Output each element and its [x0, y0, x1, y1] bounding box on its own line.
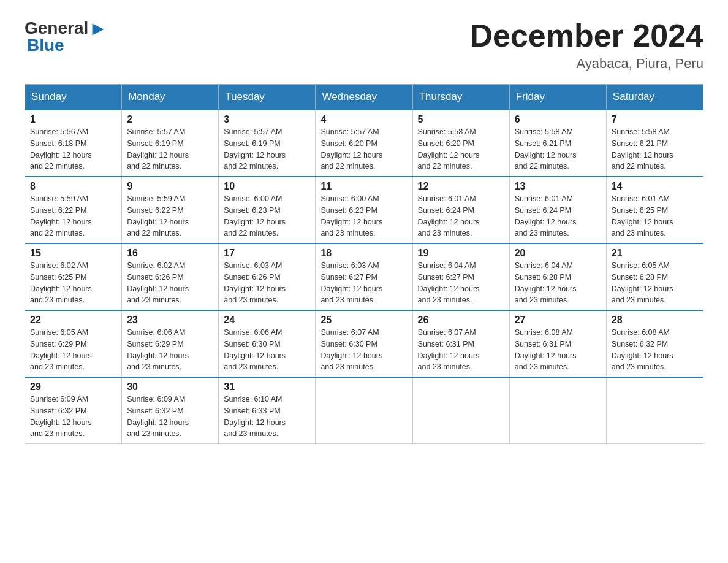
title-block: December 2024 Ayabaca, Piura, Peru — [469, 18, 703, 72]
day-number: 10 — [224, 181, 310, 192]
day-number: 22 — [30, 315, 116, 326]
calendar-header-row: SundayMondayTuesdayWednesdayThursdayFrid… — [25, 85, 703, 110]
week-row-5: 29Sunrise: 6:09 AMSunset: 6:32 PMDayligh… — [25, 377, 703, 444]
week-row-1: 1Sunrise: 5:56 AMSunset: 6:18 PMDaylight… — [25, 110, 703, 177]
day-number: 12 — [418, 181, 504, 192]
calendar-cell: 22Sunrise: 6:05 AMSunset: 6:29 PMDayligh… — [25, 310, 122, 377]
day-number: 14 — [612, 181, 698, 192]
calendar-cell: 28Sunrise: 6:08 AMSunset: 6:32 PMDayligh… — [606, 310, 703, 377]
calendar-cell: 11Sunrise: 6:00 AMSunset: 6:23 PMDayligh… — [316, 177, 412, 243]
calendar-table: SundayMondayTuesdayWednesdayThursdayFrid… — [25, 84, 703, 444]
column-header-monday: Monday — [122, 85, 219, 110]
calendar-cell: 9Sunrise: 5:59 AMSunset: 6:22 PMDaylight… — [122, 177, 219, 243]
day-info: Sunrise: 6:04 AMSunset: 6:27 PMDaylight:… — [418, 260, 504, 306]
day-info: Sunrise: 6:05 AMSunset: 6:29 PMDaylight:… — [30, 327, 116, 373]
calendar-cell — [316, 377, 412, 444]
calendar-cell: 6Sunrise: 5:58 AMSunset: 6:21 PMDaylight… — [509, 110, 606, 177]
calendar-cell: 20Sunrise: 6:04 AMSunset: 6:28 PMDayligh… — [509, 243, 606, 310]
day-number: 15 — [30, 248, 116, 259]
day-number: 30 — [127, 381, 213, 393]
calendar-cell: 18Sunrise: 6:03 AMSunset: 6:27 PMDayligh… — [316, 243, 412, 310]
logo-blue-text: Blue — [25, 37, 108, 54]
calendar-cell: 16Sunrise: 6:02 AMSunset: 6:26 PMDayligh… — [122, 243, 219, 310]
calendar-cell: 14Sunrise: 6:01 AMSunset: 6:25 PMDayligh… — [606, 177, 703, 243]
calendar-cell: 30Sunrise: 6:09 AMSunset: 6:32 PMDayligh… — [122, 377, 219, 444]
calendar-cell: 10Sunrise: 6:00 AMSunset: 6:23 PMDayligh… — [219, 177, 316, 243]
day-number: 26 — [418, 315, 504, 326]
day-info: Sunrise: 6:09 AMSunset: 6:32 PMDaylight:… — [127, 394, 213, 440]
day-info: Sunrise: 5:57 AMSunset: 6:20 PMDaylight:… — [320, 126, 407, 172]
day-info: Sunrise: 5:59 AMSunset: 6:22 PMDaylight:… — [30, 193, 116, 239]
calendar-cell: 3Sunrise: 5:57 AMSunset: 6:19 PMDaylight… — [219, 110, 316, 177]
calendar-cell: 13Sunrise: 6:01 AMSunset: 6:24 PMDayligh… — [509, 177, 606, 243]
day-info: Sunrise: 6:00 AMSunset: 6:23 PMDaylight:… — [224, 193, 310, 239]
day-number: 25 — [320, 315, 407, 326]
day-info: Sunrise: 5:56 AMSunset: 6:18 PMDaylight:… — [30, 126, 116, 172]
day-info: Sunrise: 6:01 AMSunset: 6:24 PMDaylight:… — [515, 193, 601, 239]
day-info: Sunrise: 6:07 AMSunset: 6:31 PMDaylight:… — [418, 327, 504, 373]
calendar-cell — [509, 377, 606, 444]
column-header-thursday: Thursday — [412, 85, 509, 110]
day-number: 9 — [127, 181, 213, 192]
day-info: Sunrise: 6:04 AMSunset: 6:28 PMDaylight:… — [515, 260, 601, 306]
day-number: 1 — [30, 114, 116, 125]
day-info: Sunrise: 6:08 AMSunset: 6:31 PMDaylight:… — [515, 327, 601, 373]
calendar-cell: 24Sunrise: 6:06 AMSunset: 6:30 PMDayligh… — [219, 310, 316, 377]
column-header-saturday: Saturday — [606, 85, 703, 110]
day-info: Sunrise: 6:06 AMSunset: 6:29 PMDaylight:… — [127, 327, 213, 373]
calendar-cell: 29Sunrise: 6:09 AMSunset: 6:32 PMDayligh… — [25, 377, 122, 444]
day-info: Sunrise: 5:57 AMSunset: 6:19 PMDaylight:… — [127, 126, 213, 172]
calendar-cell: 17Sunrise: 6:03 AMSunset: 6:26 PMDayligh… — [219, 243, 316, 310]
calendar-cell: 21Sunrise: 6:05 AMSunset: 6:28 PMDayligh… — [606, 243, 703, 310]
day-info: Sunrise: 5:59 AMSunset: 6:22 PMDaylight:… — [127, 193, 213, 239]
day-number: 6 — [515, 114, 601, 125]
week-row-2: 8Sunrise: 5:59 AMSunset: 6:22 PMDaylight… — [25, 177, 703, 243]
day-info: Sunrise: 6:10 AMSunset: 6:33 PMDaylight:… — [224, 394, 310, 440]
calendar-cell: 2Sunrise: 5:57 AMSunset: 6:19 PMDaylight… — [122, 110, 219, 177]
calendar-cell: 7Sunrise: 5:58 AMSunset: 6:21 PMDaylight… — [606, 110, 703, 177]
week-row-4: 22Sunrise: 6:05 AMSunset: 6:29 PMDayligh… — [25, 310, 703, 377]
day-number: 17 — [224, 248, 310, 259]
day-info: Sunrise: 6:02 AMSunset: 6:26 PMDaylight:… — [127, 260, 213, 306]
calendar-cell: 25Sunrise: 6:07 AMSunset: 6:30 PMDayligh… — [316, 310, 412, 377]
day-number: 21 — [612, 248, 698, 259]
calendar-cell: 23Sunrise: 6:06 AMSunset: 6:29 PMDayligh… — [122, 310, 219, 377]
calendar-cell: 19Sunrise: 6:04 AMSunset: 6:27 PMDayligh… — [412, 243, 509, 310]
day-number: 5 — [418, 114, 504, 125]
day-number: 3 — [224, 114, 310, 125]
day-info: Sunrise: 5:58 AMSunset: 6:21 PMDaylight:… — [612, 126, 698, 172]
day-number: 24 — [224, 315, 310, 326]
day-info: Sunrise: 6:02 AMSunset: 6:25 PMDaylight:… — [30, 260, 116, 306]
calendar-cell — [606, 377, 703, 444]
day-number: 28 — [612, 315, 698, 326]
day-info: Sunrise: 6:01 AMSunset: 6:24 PMDaylight:… — [418, 193, 504, 239]
day-number: 19 — [418, 248, 504, 259]
day-number: 7 — [612, 114, 698, 125]
logo-arrow-icon: ► — [88, 18, 108, 38]
day-info: Sunrise: 6:03 AMSunset: 6:27 PMDaylight:… — [320, 260, 407, 306]
day-info: Sunrise: 6:07 AMSunset: 6:30 PMDaylight:… — [320, 327, 407, 373]
day-number: 4 — [320, 114, 407, 125]
calendar-cell: 4Sunrise: 5:57 AMSunset: 6:20 PMDaylight… — [316, 110, 412, 177]
calendar-cell: 12Sunrise: 6:01 AMSunset: 6:24 PMDayligh… — [412, 177, 509, 243]
day-number: 18 — [320, 248, 407, 259]
day-info: Sunrise: 6:01 AMSunset: 6:25 PMDaylight:… — [612, 193, 698, 239]
page-title: December 2024 — [469, 18, 703, 53]
calendar-cell: 26Sunrise: 6:07 AMSunset: 6:31 PMDayligh… — [412, 310, 509, 377]
day-info: Sunrise: 6:09 AMSunset: 6:32 PMDaylight:… — [30, 394, 116, 440]
calendar-cell: 15Sunrise: 6:02 AMSunset: 6:25 PMDayligh… — [25, 243, 122, 310]
day-number: 29 — [30, 381, 116, 393]
column-header-tuesday: Tuesday — [219, 85, 316, 110]
day-number: 20 — [515, 248, 601, 259]
calendar-cell — [412, 377, 509, 444]
day-number: 8 — [30, 181, 116, 192]
logo: General ► Blue — [25, 18, 108, 54]
day-number: 2 — [127, 114, 213, 125]
day-info: Sunrise: 6:03 AMSunset: 6:26 PMDaylight:… — [224, 260, 310, 306]
logo-general-text: General — [25, 20, 88, 37]
day-number: 11 — [320, 181, 407, 192]
day-info: Sunrise: 6:06 AMSunset: 6:30 PMDaylight:… — [224, 327, 310, 373]
day-info: Sunrise: 6:05 AMSunset: 6:28 PMDaylight:… — [612, 260, 698, 306]
calendar-cell: 27Sunrise: 6:08 AMSunset: 6:31 PMDayligh… — [509, 310, 606, 377]
week-row-3: 15Sunrise: 6:02 AMSunset: 6:25 PMDayligh… — [25, 243, 703, 310]
